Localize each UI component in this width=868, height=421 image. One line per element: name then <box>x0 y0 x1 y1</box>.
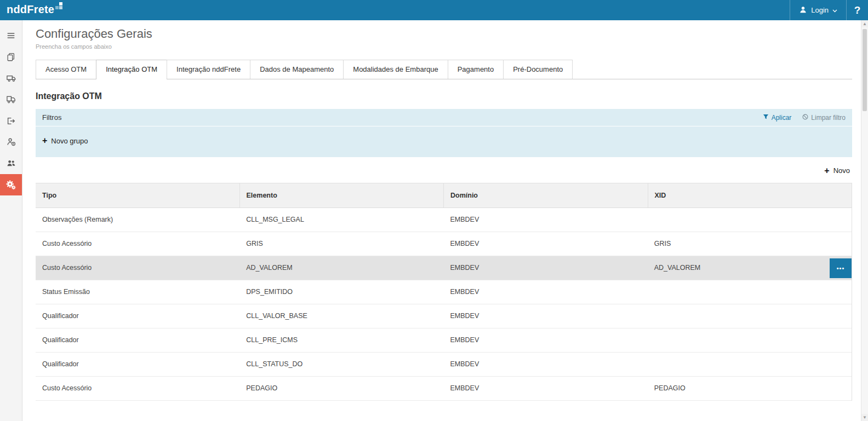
table-row[interactable]: Observações (Remark) CLL_MSG_LEGAL EMBDE… <box>36 208 852 232</box>
ellipsis-icon: ••• <box>837 265 845 272</box>
table-row[interactable]: Custo Acessório PEDAGIO EMBDEV PEDAGIO <box>36 377 852 401</box>
cell-elemento: CLL_MSG_LEGAL <box>239 208 443 232</box>
cell-xid <box>648 304 852 328</box>
apply-filter-button[interactable]: Aplicar <box>763 114 792 122</box>
table-row-selected[interactable]: Custo Acessório AD_VALOREM EMBDEV AD_VAL… <box>36 256 852 280</box>
cell-xid <box>648 208 852 232</box>
cell-elemento: GRIS <box>239 232 443 256</box>
brand-squares-icon <box>55 2 63 12</box>
filters-header: Filtros Aplicar Limpar filtro <box>36 109 852 126</box>
cell-tipo: Custo Acessório <box>36 232 239 256</box>
tab-acesso-otm[interactable]: Acesso OTM <box>36 60 96 79</box>
table-row[interactable]: Status Emissão DPS_EMITIDO EMBDEV <box>36 280 852 304</box>
new-group-label: Novo grupo <box>51 137 88 145</box>
funnel-icon <box>763 114 769 122</box>
column-header-dominio[interactable]: Domínio <box>443 183 648 207</box>
column-header-elemento[interactable]: Elemento <box>239 183 444 207</box>
truck-box-icon <box>6 94 16 105</box>
cell-elemento: CLL_VALOR_BASE <box>239 304 443 328</box>
apply-filter-label: Aplicar <box>772 114 792 122</box>
row-actions-button[interactable]: ••• <box>830 258 852 278</box>
cell-xid: PEDAGIO <box>648 377 852 400</box>
sidebar-item-settings[interactable] <box>0 174 22 195</box>
brand-logo[interactable]: nddFrete <box>7 3 63 20</box>
cell-elemento: CLL_PRE_ICMS <box>239 328 443 352</box>
cell-elemento: CLL_STATUS_DO <box>239 353 443 376</box>
cell-elemento: DPS_EMITIDO <box>239 280 443 304</box>
page-subtitle: Preencha os campos abaixo <box>36 43 852 50</box>
scrollbar-thumb[interactable] <box>863 29 867 111</box>
user-money-icon <box>6 137 16 147</box>
tab-dados-de-mapeamento[interactable]: Dados de Mapeamento <box>250 60 344 79</box>
cell-dominio: EMBDEV <box>444 208 648 232</box>
help-button[interactable]: ? <box>846 0 868 20</box>
scrollbar-down-arrow[interactable]: ▼ <box>861 414 868 421</box>
chevron-down-icon <box>832 6 837 14</box>
login-menu[interactable]: Login <box>790 0 846 20</box>
hamburger-icon <box>6 31 16 41</box>
tab-pagamento[interactable]: Pagamento <box>448 60 504 79</box>
sidebar-item-menu[interactable] <box>0 25 22 46</box>
sidebar-item-trucks[interactable] <box>0 67 22 89</box>
truck-icon <box>6 73 16 83</box>
cell-dominio: EMBDEV <box>444 377 648 400</box>
cell-tipo: Qualificador <box>36 353 239 376</box>
scrollbar-up-arrow[interactable]: ▲ <box>861 20 868 27</box>
tab-integracao-nddfrete[interactable]: Integração nddFrete <box>167 60 250 79</box>
tab-pre-documento[interactable]: Pré-Documento <box>503 60 573 79</box>
cell-dominio: EMBDEV <box>444 232 648 256</box>
cell-tipo: Qualificador <box>36 304 239 328</box>
table-header-row: Tipo Elemento Domínio XID <box>36 183 852 208</box>
sidebar-item-billing[interactable] <box>0 131 22 153</box>
new-button-label: Novo <box>833 166 850 175</box>
sidebar <box>0 20 22 421</box>
table-row[interactable]: Qualificador CLL_PRE_ICMS EMBDEV <box>36 328 852 353</box>
cell-xid <box>648 280 852 304</box>
plus-icon: + <box>42 137 47 144</box>
cell-tipo: Status Emissão <box>36 280 239 304</box>
cell-elemento: AD_VALOREM <box>239 256 443 280</box>
gears-icon <box>5 180 16 191</box>
table-toolbar: + Novo <box>36 157 852 183</box>
column-header-xid[interactable]: XID <box>648 183 852 207</box>
sidebar-item-users[interactable] <box>0 153 22 174</box>
cell-tipo: Observações (Remark) <box>36 208 239 232</box>
cell-elemento: PEDAGIO <box>239 377 443 400</box>
brand-text: nddFrete <box>7 3 54 16</box>
cell-tipo: Custo Acessório <box>36 377 239 400</box>
page-title: Configurações Gerais <box>36 27 852 41</box>
table-row[interactable]: Qualificador CLL_STATUS_DO EMBDEV <box>36 353 852 377</box>
clear-filter-label: Limpar filtro <box>811 114 846 122</box>
filters-body: + Novo grupo <box>36 126 852 157</box>
column-header-tipo[interactable]: Tipo <box>36 183 239 207</box>
filters-title: Filtros <box>42 113 61 122</box>
cell-dominio: EMBDEV <box>444 353 648 376</box>
cell-xid <box>648 353 852 376</box>
cell-dominio: EMBDEV <box>444 256 648 280</box>
sidebar-item-documents[interactable] <box>0 46 22 67</box>
sidebar-item-export[interactable] <box>0 110 22 131</box>
tab-integracao-otm[interactable]: Integração OTM <box>96 60 167 79</box>
cell-xid: GRIS <box>648 232 852 256</box>
clear-filter-button[interactable]: Limpar filtro <box>802 114 846 122</box>
cell-dominio: EMBDEV <box>444 304 648 328</box>
cell-xid: AD_VALOREM <box>648 256 852 280</box>
cell-xid <box>648 328 852 352</box>
logout-icon <box>6 116 16 126</box>
table-row[interactable]: Qualificador CLL_VALOR_BASE EMBDEV <box>36 304 852 328</box>
cell-dominio: EMBDEV <box>444 328 648 352</box>
vertical-scrollbar[interactable]: ▲ ▼ <box>861 20 868 421</box>
filters-panel: Filtros Aplicar Limpar filtro <box>36 109 852 157</box>
cell-tipo: Qualificador <box>36 328 239 352</box>
table-row[interactable]: Custo Acessório GRIS EMBDEV GRIS <box>36 232 852 256</box>
tab-modalidades-de-embarque[interactable]: Modalidades de Embarque <box>343 60 448 79</box>
new-button[interactable]: + Novo <box>824 166 850 175</box>
user-icon <box>799 5 807 15</box>
new-group-button[interactable]: + Novo grupo <box>42 137 88 145</box>
cell-dominio: EMBDEV <box>444 280 648 304</box>
login-label: Login <box>811 6 829 14</box>
sidebar-item-shipments[interactable] <box>0 89 22 110</box>
plus-icon: + <box>824 168 829 174</box>
integration-table: Tipo Elemento Domínio XID Observações (R… <box>36 183 852 401</box>
help-icon: ? <box>854 4 861 16</box>
